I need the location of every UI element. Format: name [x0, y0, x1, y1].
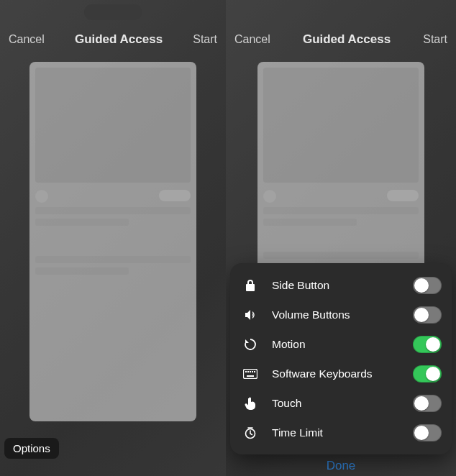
option-software-keyboards: Software Keyboards [230, 359, 452, 388]
lock-icon [240, 279, 260, 292]
option-side-button: Side Button [230, 270, 452, 300]
svg-rect-2 [247, 371, 249, 372]
option-label: Software Keyboards [272, 367, 413, 380]
top-bar: Cancel Guided Access Start [226, 29, 456, 50]
svg-rect-4 [252, 371, 253, 372]
touch-icon [240, 397, 260, 410]
volume-icon [240, 309, 260, 321]
svg-rect-5 [254, 371, 255, 372]
options-button[interactable]: Options [4, 438, 59, 459]
toggle-time-limit[interactable] [413, 424, 442, 441]
svg-rect-6 [247, 375, 254, 377]
guided-access-setup-screen: Cancel Guided Access Start Options [0, 0, 226, 476]
timer-icon [240, 426, 260, 439]
option-motion: Motion [230, 329, 452, 359]
option-label: Time Limit [272, 426, 413, 439]
option-volume-buttons: Volume Buttons [230, 300, 452, 329]
top-bar: Cancel Guided Access Start [0, 29, 226, 50]
page-title: Guided Access [303, 32, 391, 47]
app-preview[interactable] [29, 62, 196, 421]
option-label: Motion [272, 338, 413, 351]
cancel-button[interactable]: Cancel [7, 29, 46, 50]
toggle-volume-buttons[interactable] [413, 306, 442, 324]
motion-icon [240, 338, 260, 351]
svg-rect-1 [245, 371, 247, 372]
cancel-button[interactable]: Cancel [233, 29, 272, 50]
option-time-limit: Time Limit [230, 418, 452, 447]
option-label: Volume Buttons [272, 308, 413, 321]
svg-rect-0 [244, 369, 257, 378]
toggle-side-button[interactable] [413, 277, 442, 294]
option-touch: Touch [230, 388, 452, 418]
start-button[interactable]: Start [191, 29, 219, 50]
option-label: Touch [272, 397, 413, 410]
done-button[interactable]: Done [226, 459, 456, 473]
svg-rect-3 [250, 371, 251, 372]
toggle-motion[interactable] [413, 336, 442, 353]
toggle-software-keyboards[interactable] [413, 365, 442, 383]
keyboard-icon [240, 369, 260, 379]
options-sheet: Side Button Volume Buttons Motion Softwa… [230, 263, 452, 454]
start-button[interactable]: Start [421, 29, 449, 50]
guided-access-options-screen: Cancel Guided Access Start Side Button [226, 0, 456, 476]
page-title: Guided Access [75, 32, 163, 47]
toggle-touch[interactable] [413, 395, 442, 412]
notch [84, 4, 142, 20]
option-label: Side Button [272, 279, 413, 292]
